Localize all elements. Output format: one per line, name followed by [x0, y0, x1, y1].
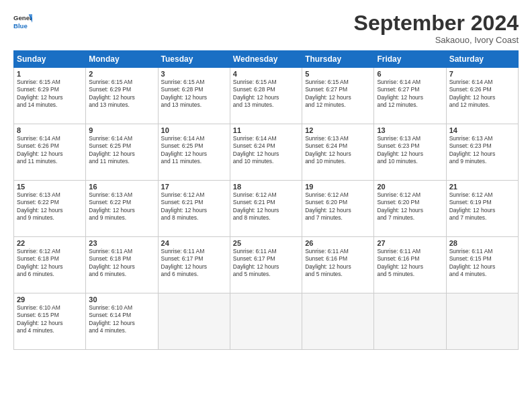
table-row: 7Sunrise: 6:14 AMSunset: 6:26 PMDaylight… [446, 68, 518, 124]
day-number: 5 [305, 70, 371, 78]
header: General Blue September 2024 Sakaouo, Ivo… [13, 12, 519, 45]
day-number: 15 [17, 183, 83, 191]
day-number: 18 [233, 183, 299, 191]
cell-content: Sunrise: 6:12 AMSunset: 6:19 PMDaylight:… [449, 191, 515, 222]
table-row: 25Sunrise: 6:11 AMSunset: 6:17 PMDayligh… [230, 237, 302, 293]
table-row: 19Sunrise: 6:12 AMSunset: 6:20 PMDayligh… [302, 181, 374, 237]
day-number: 24 [161, 239, 227, 247]
day-number: 12 [305, 126, 371, 134]
calendar-week-row: 22Sunrise: 6:12 AMSunset: 6:18 PMDayligh… [14, 237, 519, 293]
cell-content: Sunrise: 6:14 AMSunset: 6:27 PMDaylight:… [377, 79, 443, 109]
cell-content: Sunrise: 6:13 AMSunset: 6:22 PMDaylight:… [89, 191, 154, 222]
day-number: 29 [17, 295, 83, 304]
col-tuesday: Tuesday [158, 51, 230, 68]
cell-content: Sunrise: 6:14 AMSunset: 6:26 PMDaylight:… [17, 135, 83, 166]
day-number: 9 [89, 126, 154, 134]
table-row: 28Sunrise: 6:11 AMSunset: 6:15 PMDayligh… [446, 237, 518, 293]
day-number: 13 [377, 126, 443, 134]
cell-content: Sunrise: 6:11 AMSunset: 6:18 PMDaylight:… [89, 248, 154, 279]
table-row: 22Sunrise: 6:12 AMSunset: 6:18 PMDayligh… [14, 237, 86, 293]
day-number: 25 [233, 239, 299, 247]
location-subtitle: Sakaouo, Ivory Coast [354, 35, 519, 45]
day-number: 19 [305, 183, 371, 191]
day-number: 23 [89, 239, 154, 247]
day-number: 1 [17, 70, 83, 78]
col-saturday: Saturday [446, 51, 518, 68]
cell-content: Sunrise: 6:10 AMSunset: 6:14 PMDaylight:… [89, 304, 154, 335]
calendar-header-row: Sunday Monday Tuesday Wednesday Thursday… [14, 51, 519, 68]
table-row: 2Sunrise: 6:15 AMSunset: 6:29 PMDaylight… [86, 68, 158, 124]
day-number: 22 [17, 239, 83, 247]
table-row: 1Sunrise: 6:15 AMSunset: 6:29 PMDaylight… [14, 68, 86, 124]
calendar-week-row: 29Sunrise: 6:10 AMSunset: 6:15 PMDayligh… [14, 293, 519, 350]
table-row: 11Sunrise: 6:14 AMSunset: 6:24 PMDayligh… [230, 124, 302, 181]
calendar-table: Sunday Monday Tuesday Wednesday Thursday… [13, 50, 519, 350]
table-row: 3Sunrise: 6:15 AMSunset: 6:28 PMDaylight… [158, 68, 230, 124]
svg-text:Blue: Blue [13, 22, 28, 30]
table-row [230, 293, 302, 350]
logo-icon: General Blue [13, 12, 32, 31]
day-number: 3 [161, 70, 227, 78]
cell-content: Sunrise: 6:13 AMSunset: 6:24 PMDaylight:… [305, 135, 371, 166]
cell-content: Sunrise: 6:15 AMSunset: 6:27 PMDaylight:… [305, 79, 371, 109]
table-row [374, 293, 446, 350]
cell-content: Sunrise: 6:13 AMSunset: 6:22 PMDaylight:… [17, 191, 83, 222]
table-row: 8Sunrise: 6:14 AMSunset: 6:26 PMDaylight… [14, 124, 86, 181]
day-number: 6 [377, 70, 443, 78]
cell-content: Sunrise: 6:15 AMSunset: 6:28 PMDaylight:… [233, 79, 299, 109]
cell-content: Sunrise: 6:11 AMSunset: 6:15 PMDaylight:… [449, 248, 515, 279]
cell-content: Sunrise: 6:14 AMSunset: 6:25 PMDaylight:… [89, 135, 154, 166]
cell-content: Sunrise: 6:12 AMSunset: 6:18 PMDaylight:… [17, 248, 83, 279]
table-row: 24Sunrise: 6:11 AMSunset: 6:17 PMDayligh… [158, 237, 230, 293]
day-number: 2 [89, 70, 154, 78]
day-number: 10 [161, 126, 227, 134]
table-row: 5Sunrise: 6:15 AMSunset: 6:27 PMDaylight… [302, 68, 374, 124]
table-row [158, 293, 230, 350]
day-number: 20 [377, 183, 443, 191]
cell-content: Sunrise: 6:14 AMSunset: 6:26 PMDaylight:… [449, 79, 515, 109]
cell-content: Sunrise: 6:14 AMSunset: 6:25 PMDaylight:… [161, 135, 227, 166]
page: General Blue September 2024 Sakaouo, Ivo… [0, 0, 532, 411]
day-number: 26 [305, 239, 371, 247]
table-row: 12Sunrise: 6:13 AMSunset: 6:24 PMDayligh… [302, 124, 374, 181]
table-row: 27Sunrise: 6:11 AMSunset: 6:16 PMDayligh… [374, 237, 446, 293]
cell-content: Sunrise: 6:13 AMSunset: 6:23 PMDaylight:… [377, 135, 443, 166]
day-number: 11 [233, 126, 299, 134]
cell-content: Sunrise: 6:15 AMSunset: 6:29 PMDaylight:… [17, 79, 83, 109]
cell-content: Sunrise: 6:12 AMSunset: 6:21 PMDaylight:… [233, 191, 299, 222]
table-row: 20Sunrise: 6:12 AMSunset: 6:20 PMDayligh… [374, 181, 446, 237]
table-row: 30Sunrise: 6:10 AMSunset: 6:14 PMDayligh… [86, 293, 158, 350]
cell-content: Sunrise: 6:15 AMSunset: 6:29 PMDaylight:… [89, 79, 154, 109]
day-number: 21 [449, 183, 515, 191]
day-number: 7 [449, 70, 515, 78]
table-row: 14Sunrise: 6:13 AMSunset: 6:23 PMDayligh… [446, 124, 518, 181]
cell-content: Sunrise: 6:10 AMSunset: 6:15 PMDaylight:… [17, 304, 83, 335]
cell-content: Sunrise: 6:13 AMSunset: 6:23 PMDaylight:… [449, 135, 515, 166]
table-row: 10Sunrise: 6:14 AMSunset: 6:25 PMDayligh… [158, 124, 230, 181]
table-row: 18Sunrise: 6:12 AMSunset: 6:21 PMDayligh… [230, 181, 302, 237]
table-row: 6Sunrise: 6:14 AMSunset: 6:27 PMDaylight… [374, 68, 446, 124]
col-thursday: Thursday [302, 51, 374, 68]
cell-content: Sunrise: 6:12 AMSunset: 6:20 PMDaylight:… [377, 191, 443, 222]
logo: General Blue [13, 12, 32, 31]
cell-content: Sunrise: 6:14 AMSunset: 6:24 PMDaylight:… [233, 135, 299, 166]
cell-content: Sunrise: 6:11 AMSunset: 6:17 PMDaylight:… [233, 248, 299, 279]
col-wednesday: Wednesday [230, 51, 302, 68]
calendar-week-row: 8Sunrise: 6:14 AMSunset: 6:26 PMDaylight… [14, 124, 519, 181]
table-row: 21Sunrise: 6:12 AMSunset: 6:19 PMDayligh… [446, 181, 518, 237]
table-row: 15Sunrise: 6:13 AMSunset: 6:22 PMDayligh… [14, 181, 86, 237]
calendar-week-row: 15Sunrise: 6:13 AMSunset: 6:22 PMDayligh… [14, 181, 519, 237]
table-row [446, 293, 518, 350]
cell-content: Sunrise: 6:12 AMSunset: 6:21 PMDaylight:… [161, 191, 227, 222]
table-row: 26Sunrise: 6:11 AMSunset: 6:16 PMDayligh… [302, 237, 374, 293]
day-number: 28 [449, 239, 515, 247]
col-monday: Monday [86, 51, 158, 68]
cell-content: Sunrise: 6:11 AMSunset: 6:16 PMDaylight:… [305, 248, 371, 279]
table-row: 4Sunrise: 6:15 AMSunset: 6:28 PMDaylight… [230, 68, 302, 124]
col-sunday: Sunday [14, 51, 86, 68]
cell-content: Sunrise: 6:11 AMSunset: 6:16 PMDaylight:… [377, 248, 443, 279]
table-row: 9Sunrise: 6:14 AMSunset: 6:25 PMDaylight… [86, 124, 158, 181]
table-row [302, 293, 374, 350]
title-block: September 2024 Sakaouo, Ivory Coast [354, 12, 519, 45]
table-row: 17Sunrise: 6:12 AMSunset: 6:21 PMDayligh… [158, 181, 230, 237]
